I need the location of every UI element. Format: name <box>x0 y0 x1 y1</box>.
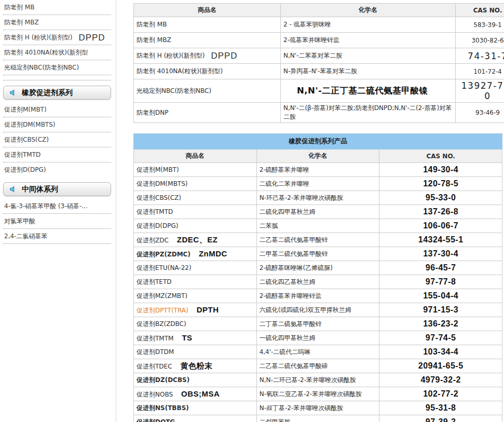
sidebar-item[interactable]: 4-氯-3-硝基苯甲酸 (3-硝基-... <box>3 199 111 214</box>
cas-number-cell: 4979-32-2 <box>379 373 502 387</box>
product-name: 促进剂BZ(ZDBC) <box>137 320 186 328</box>
chemical-name-cell: 二甲基二硫代氨基甲酸锌 <box>256 247 379 261</box>
product-name-cell: 促进剂DZ(DCBS) <box>134 373 257 387</box>
sidebar-section-header[interactable]: 中间体系列 <box>3 182 111 196</box>
sidebar-divider <box>116 0 116 422</box>
cas-number: 74-31-7 <box>468 51 504 61</box>
product-name-cell: 防老剂 MB <box>134 17 281 33</box>
sidebar-item[interactable]: 对氯苯甲酸 <box>3 214 111 229</box>
sidebar-item[interactable]: 2,4-二氯硝基苯 <box>3 229 111 244</box>
sidebar-item[interactable]: 防老剂 MB <box>3 0 111 15</box>
product-name: 促进剂MZ(ZMBT) <box>137 292 187 300</box>
product-name-cell: 防老剂 MBZ <box>134 33 281 48</box>
product-name: 促进剂TMTD <box>137 208 173 215</box>
product-name-cell: 促进剂M(MBT) <box>134 163 257 177</box>
sidebar-item-label: 对氯苯甲酸 <box>4 217 35 225</box>
antioxidant-table-header-row: 商品名化学名CAS NO. <box>134 4 504 17</box>
chemical-name-cell: 2 - 巯基苯骈咪唑 <box>281 17 456 33</box>
sidebar-section-title: 中间体系列 <box>22 185 58 194</box>
sidebar-item-label: 促进剂M(MBT) <box>4 106 47 113</box>
accelerator-table-header-row: 商品名化学名CAS NO. <box>134 149 502 163</box>
cas-number-cell: 102-77-2 <box>379 387 502 401</box>
sidebar: 防老剂 MB防老剂 MBZ防老剂 H (粉状)(新剂型)DPPD防老剂 4010… <box>3 0 111 244</box>
product-name-cell: 促进剂DM(MBTS) <box>134 177 257 191</box>
cas-number-cell: 97-77-8 <box>379 275 502 289</box>
cas-number: 103-34-4 <box>423 347 458 356</box>
chemical-name-cell: 六硫化(或四硫化)双五甲撑秋兰姆 <box>256 303 379 317</box>
chemical-name-cell: 二硫化四甲基秋兰姆 <box>256 205 379 219</box>
chemical-name: N-氧联二亚乙基-2-苯并噻唑次磺酰胺 <box>260 390 362 398</box>
chemical-name: 二乙基二硫代氨基甲酸碲 <box>260 362 328 370</box>
cas-number: 97-74-5 <box>426 333 456 342</box>
chemical-name: N,N'-二(β-萘基)对苯二胺;防老剂DNPD;N,N'-二(2-萘基)对苯二… <box>283 104 452 120</box>
sidebar-item-label: 2,4-二氯硝基苯 <box>4 233 47 240</box>
column-header-chemical: 化学名 <box>281 4 456 17</box>
cas-number: 93-46-9 <box>475 109 500 116</box>
chemical-name-cell: 二硫化二苯并噻唑 <box>256 177 379 191</box>
cas-number-cell: 101-72-4 <box>456 64 504 79</box>
column-header-cas: CAS NO. <box>456 4 504 17</box>
sidebar-section-header[interactable]: 橡胶促进剂系列 <box>3 86 111 100</box>
cas-number-cell: 103-34-4 <box>379 345 502 359</box>
table-row: 促进剂DTDM4,4'-二硫代二吗啉103-34-4 <box>134 345 502 359</box>
cas-number: 95-31-8 <box>426 403 456 412</box>
cas-number-cell: 149-30-4 <box>379 163 502 177</box>
cas-number-cell: 137-30-4 <box>379 247 502 261</box>
sidebar-item[interactable]: 促进剂DM(MBTS) <box>3 117 111 132</box>
cas-number: 106-06-7 <box>423 221 458 230</box>
sidebar-item[interactable]: 光稳定剂NBC(防老剂NBC) <box>3 60 111 75</box>
chemical-name: 一硫化四甲基秋兰姆 <box>260 334 316 342</box>
chemical-name-cell: N,N'-二苯基对苯二胺 <box>281 48 456 64</box>
sidebar-item[interactable]: 促进剂M(MBT) <box>3 102 111 117</box>
chemical-name: 二邻甲苯胍 <box>260 418 291 422</box>
handwritten-annotation: DPPD <box>78 33 105 43</box>
handwritten-annotation: ZDEC、EZ <box>177 235 218 244</box>
table-row: 促进剂TETD二硫化四乙基秋兰姆97-77-8 <box>134 275 502 289</box>
chemical-name-cell: 二乙基二硫代氨基甲酸锌 <box>256 233 379 247</box>
chemical-name: N-环己基-2-苯并噻唑次磺酰胺 <box>260 194 344 201</box>
chemical-name: 2-硫醇基咪唑啉(乙烯硫脲) <box>260 264 333 271</box>
sidebar-item[interactable]: 促进剂TMTD <box>3 147 111 162</box>
product-name: 促进剂NS(TBBS) <box>137 404 189 412</box>
table-row: 光稳定剂NBC(防老剂NBC)N,N'-二正丁基二硫代氨基甲酸镍13927-77… <box>134 79 504 103</box>
chemical-name: 4,4'-二硫代二吗啉 <box>260 348 311 356</box>
sidebar-item[interactable]: 促进剂D(DPG) <box>3 162 111 177</box>
cas-number-cell: 583-39-1 <box>456 17 504 33</box>
sidebar-item[interactable]: 防老剂 MBZ <box>3 15 111 30</box>
chemical-name-cell: 二乙基二硫代氨基甲酸碲 <box>256 359 379 373</box>
sidebar-item[interactable]: 防老剂 4010NA(粒状)(新剂型 <box>3 45 111 60</box>
speaker-icon <box>10 186 17 193</box>
cas-number-cell: 97-39-2 <box>379 415 502 422</box>
chemical-name-cell: N,N-二环已基-2-苯并噻唑次磺酰胺 <box>256 373 379 387</box>
cas-number: 95-33-0 <box>426 193 456 202</box>
table-row: 防老剂DNPN,N'-二(β-萘基)对苯二胺;防老剂DNPD;N,N'-二(2-… <box>134 103 504 123</box>
cas-number-cell: 155-04-4 <box>379 289 502 303</box>
sidebar-item-label: 防老剂 H (粉状)(新剂型) <box>4 34 72 41</box>
product-name: 防老剂 MB <box>137 21 167 28</box>
product-name: 促进剂PZ(ZDMC) <box>137 251 190 258</box>
product-name-cell: 促进剂DTDM <box>134 345 257 359</box>
sidebar-item[interactable]: 防老剂 H (粉状)(新剂型)DPPD <box>3 30 111 45</box>
cas-number: 137-26-8 <box>423 207 458 216</box>
chemical-name: N,N'-二苯基对苯二胺 <box>283 52 342 59</box>
chemical-name: 二硫化二苯并噻唑 <box>260 180 309 187</box>
sidebar-item-label: 促进剂TMTD <box>4 151 40 158</box>
cas-number: 101-72-4 <box>473 68 501 75</box>
table-row: 促进剂D(DPG)二苯胍106-06-7 <box>134 219 502 233</box>
product-name: 促进剂TETD <box>137 278 171 285</box>
table-row: 促进剂TMTD二硫化四甲基秋兰姆137-26-8 <box>134 205 502 219</box>
cas-number-cell: 120-78-5 <box>379 177 502 191</box>
product-name-cell: 防老剂 H (粉状)(新剂型)DPPD <box>134 48 281 64</box>
main-content: 商品名化学名CAS NO. 防老剂 MB2 - 巯基苯骈咪唑583-39-1防老… <box>133 3 502 422</box>
sidebar-item-label: 光稳定剂NBC(防老剂NBC) <box>4 64 79 71</box>
chemical-name-cell: N-氧联二亚乙基-2-苯并噻唑次磺酰胺 <box>256 387 379 401</box>
antioxidant-table: 商品名化学名CAS NO. 防老剂 MB2 - 巯基苯骈咪唑583-39-1防老… <box>133 3 504 123</box>
cas-number: 155-04-4 <box>423 291 458 300</box>
product-name: 促进剂ETU(NA-22) <box>137 264 192 271</box>
cas-number: 20941-65-5 <box>418 361 464 370</box>
page: { "colors": { "banner_blue": "#92c8ef", … <box>0 0 504 422</box>
sidebar-item-label: 促进剂DM(MBTS) <box>4 121 56 128</box>
product-name: 促进剂TDEC <box>137 363 172 370</box>
sidebar-item[interactable]: 促进剂CBS(CZ) <box>3 132 111 147</box>
product-name: 防老剂 H (粉状)(新剂型) <box>137 52 205 59</box>
